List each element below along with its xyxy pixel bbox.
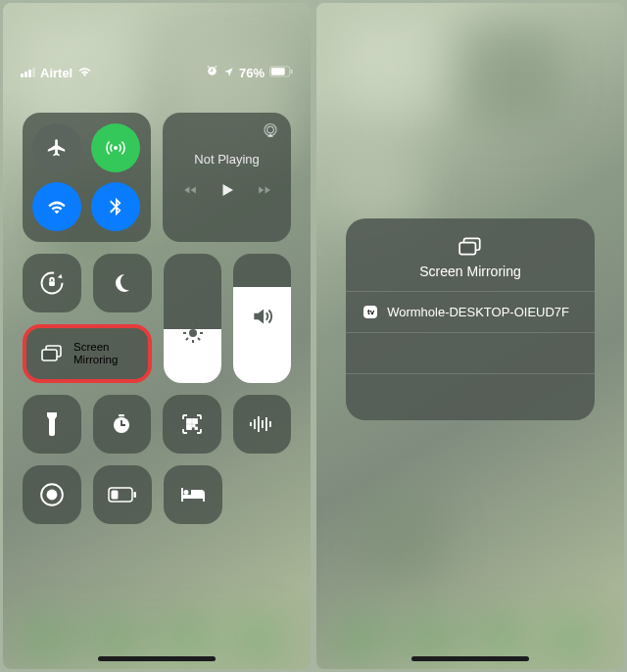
home-indicator[interactable]: [411, 656, 529, 661]
voice-memo-tile[interactable]: [233, 395, 292, 454]
mirroring-sheet: Screen Mirroring tv Wormhole-DESKTOP-OIE…: [346, 218, 595, 420]
bluetooth-icon: [105, 196, 126, 217]
cellular-icon: [104, 136, 127, 160]
svg-rect-19: [250, 422, 252, 426]
brightness-slider[interactable]: [164, 254, 221, 383]
svg-rect-24: [269, 421, 271, 427]
volume-slider[interactable]: [233, 254, 291, 383]
moon-icon: [111, 271, 134, 295]
svg-rect-18: [195, 428, 197, 430]
svg-rect-28: [112, 491, 119, 500]
mirror-label-1: Screen: [73, 341, 118, 354]
mirroring-icon: [40, 343, 64, 364]
svg-rect-1: [271, 68, 285, 74]
svg-point-5: [267, 126, 274, 133]
screen-mirroring-tile[interactable]: Screen Mirroring: [23, 324, 152, 383]
svg-rect-7: [49, 281, 55, 286]
battery-icon: [269, 66, 293, 80]
svg-rect-22: [262, 420, 264, 428]
svg-point-26: [47, 490, 58, 501]
svg-point-10: [189, 329, 197, 337]
status-bar: Airtel 76%: [3, 52, 311, 93]
flashlight-tile[interactable]: [23, 395, 81, 454]
airplay-icon[interactable]: [262, 122, 279, 144]
svg-rect-16: [187, 425, 191, 429]
sleep-tile[interactable]: [164, 465, 222, 524]
battery-pct: 76%: [239, 66, 265, 80]
stopwatch-icon: [110, 412, 133, 436]
empty-row: [346, 332, 595, 373]
airplane-toggle[interactable]: [32, 123, 81, 172]
record-icon: [39, 482, 65, 507]
control-center: Not Playing: [3, 113, 311, 524]
svg-rect-29: [134, 492, 137, 498]
signal-icon: [21, 68, 35, 77]
svg-rect-17: [193, 425, 195, 427]
cellular-toggle[interactable]: [91, 123, 140, 172]
svg-rect-21: [258, 416, 260, 432]
rotation-lock-icon: [38, 269, 66, 297]
music-title: Not Playing: [194, 152, 259, 167]
svg-rect-14: [187, 419, 191, 423]
volume-icon: [250, 304, 275, 333]
waveform-icon: [248, 414, 275, 434]
mirroring-icon: [458, 236, 483, 258]
svg-point-3: [114, 146, 118, 150]
bed-icon: [179, 485, 207, 504]
screen-record-tile[interactable]: [23, 465, 81, 524]
svg-rect-15: [193, 419, 197, 423]
wifi-icon: [46, 196, 68, 217]
prev-icon[interactable]: [181, 183, 199, 201]
svg-rect-20: [254, 419, 256, 429]
wifi-icon: [77, 66, 92, 80]
battery-low-icon: [108, 487, 137, 503]
svg-rect-2: [291, 69, 293, 73]
airplane-icon: [46, 137, 68, 159]
next-icon[interactable]: [256, 183, 273, 201]
bluetooth-toggle[interactable]: [91, 182, 140, 231]
qr-icon: [180, 412, 204, 436]
sheet-title: Screen Mirroring: [419, 264, 520, 279]
brightness-icon: [181, 321, 205, 349]
location-icon: [223, 66, 234, 80]
home-indicator[interactable]: [98, 656, 216, 661]
svg-rect-23: [265, 417, 267, 431]
connectivity-tile[interactable]: [23, 113, 151, 242]
carrier-label: Airtel: [40, 66, 72, 80]
play-icon[interactable]: [218, 180, 236, 204]
device-row[interactable]: tv Wormhole-DESKTOP-OIEUD7F: [346, 291, 595, 332]
empty-row: [346, 373, 595, 414]
alarm-icon: [206, 65, 218, 80]
svg-rect-13: [119, 414, 124, 416]
qr-tile[interactable]: [163, 395, 221, 454]
flashlight-icon: [43, 411, 61, 437]
appletv-badge-icon: tv: [363, 306, 377, 318]
right-screenshot: Screen Mirroring tv Wormhole-DESKTOP-OIE…: [316, 3, 624, 669]
timer-tile[interactable]: [93, 395, 152, 454]
wifi-toggle[interactable]: [32, 182, 81, 231]
dnd-tile[interactable]: [93, 254, 152, 312]
music-tile[interactable]: Not Playing: [163, 113, 291, 242]
left-screenshot: Airtel 76%: [3, 3, 311, 669]
rotation-lock-tile[interactable]: [23, 254, 81, 312]
mirror-label-2: Mirroring: [73, 354, 118, 366]
svg-rect-9: [42, 350, 57, 360]
svg-rect-11: [47, 414, 57, 415]
svg-rect-31: [459, 243, 475, 255]
device-name: Wormhole-DESKTOP-OIEUD7F: [387, 305, 569, 319]
low-power-tile[interactable]: [93, 465, 152, 524]
